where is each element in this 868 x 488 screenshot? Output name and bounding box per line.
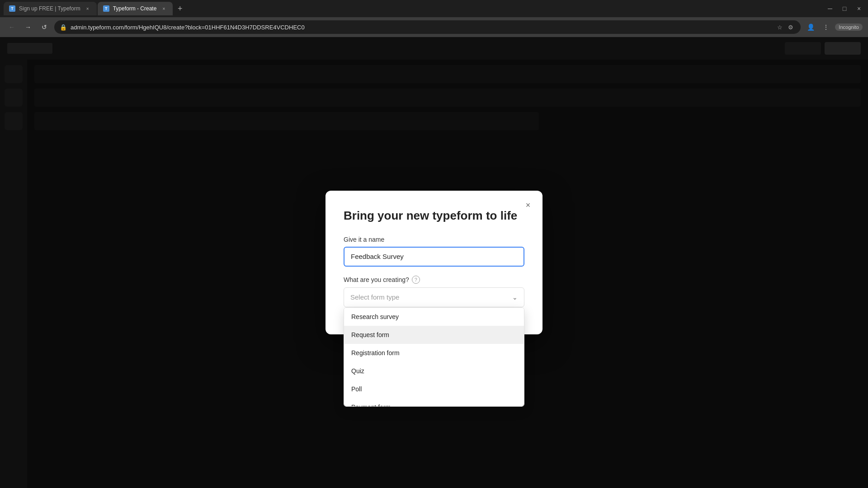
address-text: admin.typeform.com/form/HgehIQU8/create?… [71, 24, 772, 31]
address-icons: ☆ ⚙ [775, 23, 795, 32]
modal-title: Bring your new typeform to life [344, 209, 524, 223]
address-bar-row: ← → ↺ 🔒 admin.typeform.com/form/HgehIQU8… [0, 17, 868, 37]
modal-close-button[interactable]: × [521, 198, 535, 212]
select-placeholder: Select form type [350, 293, 399, 301]
tab-1-favicon: T [9, 5, 15, 12]
incognito-badge: Incognito [835, 23, 863, 31]
minimize-button[interactable]: ─ [825, 3, 835, 14]
form-type-dropdown[interactable]: Research survey Request form Registratio… [344, 307, 524, 407]
tab-1-label: Sign up FREE | Typeform [19, 5, 80, 12]
name-label: Give it a name [344, 236, 524, 243]
help-icon[interactable]: ? [412, 276, 420, 284]
dropdown-item-request-form[interactable]: Request form [344, 326, 524, 344]
tab-2-label: Typeform - Create [113, 5, 157, 12]
name-form-group: Give it a name [344, 236, 524, 267]
type-form-group: What are you creating? ? Select form typ… [344, 276, 524, 307]
modal-dialog: × Bring your new typeform to life Give i… [326, 191, 542, 334]
reload-button[interactable]: ↺ [38, 21, 51, 33]
dropdown-item-payment-form[interactable]: Payment form [344, 398, 524, 407]
browser-chrome: T Sign up FREE | Typeform × T Typeform -… [0, 0, 868, 37]
dropdown-item-research-survey[interactable]: Research survey [344, 308, 524, 326]
page-content: × Bring your new typeform to life Give i… [0, 37, 868, 488]
modal-overlay: × Bring your new typeform to life Give i… [0, 37, 868, 488]
tab-1-close[interactable]: × [84, 5, 91, 12]
type-label-row: What are you creating? ? [344, 276, 524, 284]
lock-icon: 🔒 [60, 24, 67, 31]
browser-actions: 👤 ⋮ Incognito [804, 21, 863, 33]
type-label: What are you creating? [344, 276, 409, 283]
profile-button[interactable]: 👤 [804, 21, 817, 33]
new-tab-button[interactable]: + [174, 2, 186, 15]
dropdown-item-registration-form[interactable]: Registration form [344, 344, 524, 362]
more-menu-button[interactable]: ⋮ [820, 21, 832, 33]
back-button[interactable]: ← [5, 21, 18, 33]
maximize-button[interactable]: □ [839, 3, 850, 14]
extensions-icon[interactable]: ⚙ [786, 23, 795, 32]
close-button[interactable]: × [854, 3, 864, 14]
star-icon[interactable]: ☆ [775, 23, 784, 32]
chevron-down-icon: ⌄ [512, 294, 518, 301]
tab-1[interactable]: T Sign up FREE | Typeform × [4, 2, 97, 15]
select-wrapper: Select form type ⌄ Research survey Reque… [344, 287, 524, 307]
name-input[interactable] [344, 247, 524, 267]
tab-bar: T Sign up FREE | Typeform × T Typeform -… [0, 0, 868, 17]
dropdown-item-quiz[interactable]: Quiz [344, 362, 524, 380]
forward-button[interactable]: → [22, 21, 34, 33]
dropdown-item-poll[interactable]: Poll [344, 380, 524, 398]
tab-2-favicon: T [103, 5, 109, 12]
window-controls: ─ □ × [825, 3, 864, 14]
form-type-select[interactable]: Select form type ⌄ [344, 287, 524, 307]
tab-2[interactable]: T Typeform - Create × [98, 2, 173, 15]
tab-2-close[interactable]: × [160, 5, 167, 12]
address-bar[interactable]: 🔒 admin.typeform.com/form/HgehIQU8/creat… [54, 20, 801, 34]
